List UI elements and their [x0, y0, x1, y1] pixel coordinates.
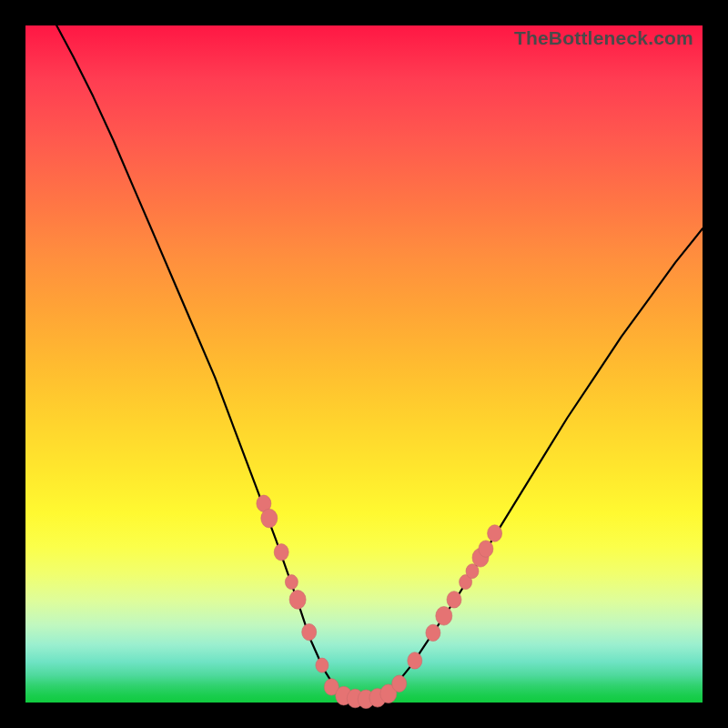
svg-point-6 — [316, 658, 329, 672]
svg-point-7 — [324, 679, 339, 695]
svg-point-4 — [289, 591, 306, 610]
svg-point-14 — [408, 652, 422, 669]
svg-point-9 — [347, 689, 363, 708]
svg-point-12 — [380, 684, 397, 703]
svg-point-21 — [479, 541, 493, 557]
curve-layer — [25, 25, 703, 703]
svg-point-10 — [358, 690, 374, 709]
svg-point-15 — [426, 624, 440, 641]
data-markers — [257, 495, 502, 709]
svg-point-18 — [460, 575, 472, 590]
svg-point-16 — [436, 607, 452, 626]
svg-point-11 — [369, 689, 386, 708]
svg-point-1 — [261, 509, 278, 528]
svg-point-2 — [274, 544, 288, 561]
svg-point-0 — [257, 495, 271, 511]
svg-point-8 — [336, 686, 352, 705]
svg-point-3 — [285, 575, 298, 590]
svg-point-13 — [392, 675, 407, 692]
svg-point-17 — [447, 592, 461, 608]
svg-point-20 — [472, 549, 489, 568]
svg-point-19 — [466, 564, 479, 579]
svg-point-5 — [302, 623, 317, 640]
plot-area: TheBottleneck.com — [25, 25, 703, 703]
svg-point-22 — [488, 525, 502, 541]
chart-frame: TheBottleneck.com — [0, 0, 728, 728]
watermark-text: TheBottleneck.com — [514, 27, 693, 49]
bottleneck-curve — [56, 25, 703, 699]
